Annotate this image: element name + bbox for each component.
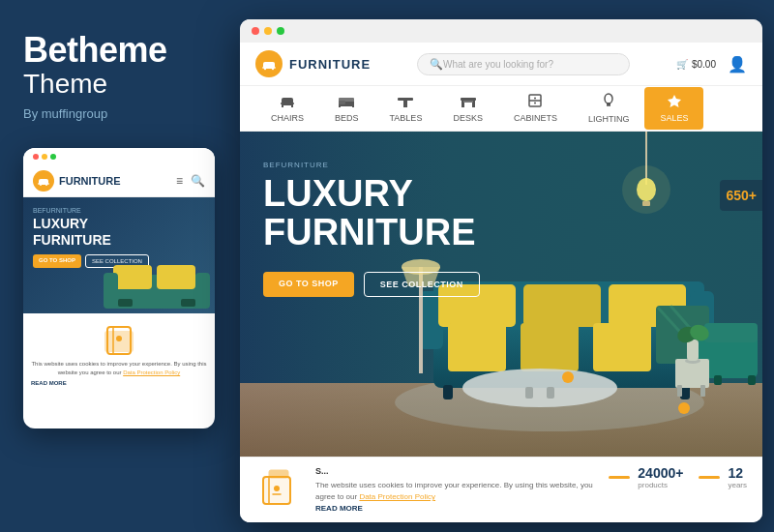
svg-point-18 xyxy=(272,68,274,70)
mobile-nav-icons: ≡ 🔍 xyxy=(176,174,205,188)
svg-rect-55 xyxy=(448,323,506,371)
left-panel: Betheme Theme By muffingroup xyxy=(0,0,240,532)
svg-rect-26 xyxy=(339,104,341,107)
svg-point-37 xyxy=(534,103,536,104)
mobile-dot-green xyxy=(50,154,56,160)
svg-rect-20 xyxy=(281,103,294,104)
svg-rect-73 xyxy=(687,340,699,361)
stat-years-label: years xyxy=(728,481,747,489)
sales-label: SALES xyxy=(660,113,688,123)
beds-label: BEDS xyxy=(335,113,359,123)
svg-rect-57 xyxy=(593,323,651,371)
sales-icon xyxy=(667,94,682,110)
read-more-link[interactable]: READ MORE xyxy=(315,504,363,513)
mobile-shop-button[interactable]: GO TO SHOP xyxy=(33,254,81,268)
mobile-cookie-text: This website uses cookies to improve you… xyxy=(31,360,207,376)
svg-rect-65 xyxy=(748,375,756,385)
mobile-cookie-link[interactable]: Data Protection Policy xyxy=(123,369,180,375)
chairs-icon xyxy=(280,94,295,110)
cookie-icon-area xyxy=(255,465,304,513)
mobile-cookie-icon-svg xyxy=(100,321,138,355)
lighting-icon xyxy=(602,93,615,111)
browser-top-bar xyxy=(240,19,762,43)
beds-icon xyxy=(338,94,355,110)
svg-rect-7 xyxy=(104,273,118,309)
search-placeholder: What are you looking for? xyxy=(443,59,617,70)
svg-marker-41 xyxy=(668,95,681,107)
site-logo: FURNITURE xyxy=(255,50,371,77)
cart-icon-symbol: 🛒 xyxy=(676,59,688,70)
svg-rect-25 xyxy=(339,101,345,104)
brand-by: By muffingroup xyxy=(23,106,217,121)
stat-products: 24000+ products xyxy=(609,465,683,489)
mobile-window-controls xyxy=(33,154,56,160)
svg-rect-30 xyxy=(461,98,476,101)
mobile-read-more[interactable]: READ MORE xyxy=(31,380,207,386)
cart-price: $0.00 xyxy=(692,59,716,70)
mobile-hero-title: LUXURY FURNITURE xyxy=(33,216,205,249)
nav-item-lighting[interactable]: LIGHTING xyxy=(573,86,645,131)
svg-rect-1 xyxy=(38,183,49,185)
cookie-text-area: S... The website uses cookies to improve… xyxy=(315,465,597,516)
mobile-mockup: FURNITURE ≡ 🔍 BEFURNITURE LUXURY FURNITU… xyxy=(23,148,215,429)
shop-button[interactable]: GO TO SHOP xyxy=(263,272,354,297)
svg-rect-86 xyxy=(269,470,288,478)
cookie-message: The website uses cookies to improve your… xyxy=(315,481,593,501)
site-nav: CHAIRS BEDS TABLES xyxy=(240,86,762,132)
svg-rect-64 xyxy=(714,375,722,385)
nav-item-chairs[interactable]: CHAIRS xyxy=(255,87,319,130)
logo-icon xyxy=(255,50,283,77)
nav-item-cabinets[interactable]: CABINETS xyxy=(498,87,573,130)
stat-products-info: 24000+ products xyxy=(638,465,683,489)
search-bar[interactable]: 🔍 What are you looking for? xyxy=(417,53,630,75)
svg-rect-33 xyxy=(463,101,473,103)
svg-rect-63 xyxy=(704,323,758,342)
svg-rect-21 xyxy=(282,104,283,107)
hero-content: BEFURNITURE LUXURY FURNITURE GO TO SHOP … xyxy=(263,161,480,297)
svg-rect-9 xyxy=(118,299,133,307)
nav-item-sales[interactable]: SALES xyxy=(644,87,703,130)
stats-area: 24000+ products 12 years xyxy=(609,465,747,489)
svg-point-36 xyxy=(534,98,536,100)
cookie-policy-link[interactable]: Data Protection Policy xyxy=(359,492,435,501)
cart-icon[interactable]: 🛒 $0.00 xyxy=(676,59,716,70)
stat-years: 12 years xyxy=(699,465,747,489)
decoration-dot-2 xyxy=(678,402,690,414)
browser-mockup: FURNITURE 🔍 What are you looking for? 🛒 … xyxy=(240,19,762,522)
svg-rect-10 xyxy=(181,299,195,307)
decoration-dot-1 xyxy=(562,371,574,383)
stat-products-label: products xyxy=(638,481,683,489)
stat-years-num: 12 xyxy=(728,465,747,481)
cookie-bar: S... The website uses cookies to improve… xyxy=(240,457,762,523)
browser-window-controls xyxy=(252,27,284,35)
hero-title: LUXURY FURNITURE xyxy=(263,175,480,252)
svg-rect-8 xyxy=(195,273,210,309)
desks-icon xyxy=(460,94,477,110)
svg-point-82 xyxy=(622,165,670,214)
nav-item-desks[interactable]: DESKS xyxy=(437,87,498,130)
badge-number: 650+ xyxy=(726,188,757,203)
collection-button[interactable]: SEE COLLECTION xyxy=(364,272,480,297)
search-icon: 🔍 xyxy=(430,58,443,71)
cabinets-label: CABINETS xyxy=(514,113,557,123)
svg-rect-71 xyxy=(700,385,705,397)
nav-item-tables[interactable]: TABLES xyxy=(374,87,438,130)
stat-dash-1 xyxy=(609,476,630,479)
user-icon[interactable]: 👤 xyxy=(728,55,747,74)
header-actions: 🛒 $0.00 👤 xyxy=(676,55,747,74)
svg-rect-28 xyxy=(398,98,413,101)
mobile-search-icon: 🔍 xyxy=(191,174,205,188)
stat-dash-2 xyxy=(699,476,720,479)
svg-point-3 xyxy=(45,184,47,186)
mobile-dot-yellow xyxy=(42,154,47,160)
svg-point-66 xyxy=(462,369,617,407)
nav-item-beds[interactable]: BEDS xyxy=(319,87,374,130)
mobile-hero: BEFURNITURE LUXURY FURNITURE GO TO SHOP … xyxy=(23,197,215,313)
brand-name: Betheme xyxy=(23,31,217,70)
svg-rect-56 xyxy=(521,323,579,371)
mobile-logo: FURNITURE xyxy=(33,170,121,192)
browser-dot-green xyxy=(277,27,284,35)
mobile-nav: FURNITURE ≡ 🔍 xyxy=(23,165,215,197)
svg-point-2 xyxy=(40,184,42,186)
stat-products-num: 24000+ xyxy=(638,465,683,481)
